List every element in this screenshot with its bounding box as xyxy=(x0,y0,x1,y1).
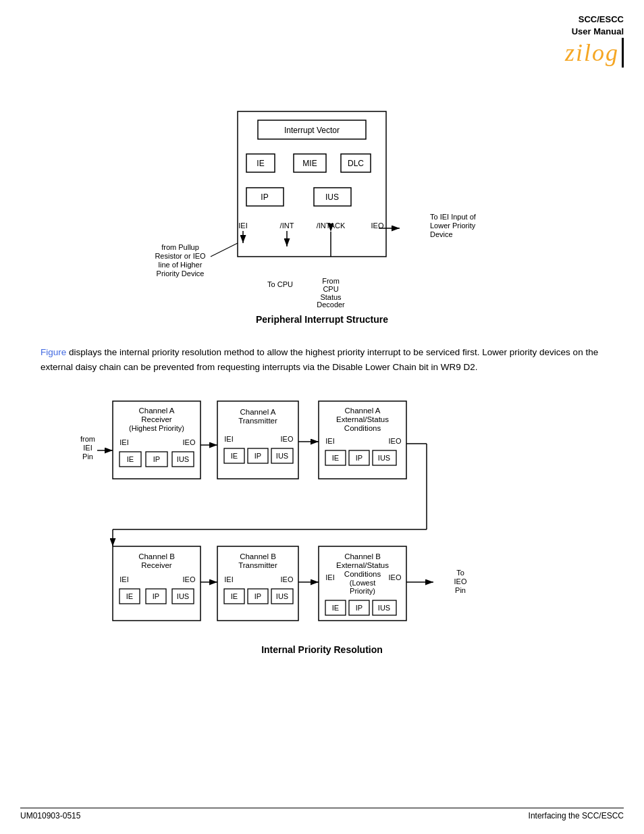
svg-text:Device: Device xyxy=(430,230,453,238)
svg-text:IEI: IEI xyxy=(224,575,233,583)
figure-link[interactable]: Figure xyxy=(41,347,66,357)
svg-text:IE: IE xyxy=(332,604,339,612)
svg-text:IEI: IEI xyxy=(224,435,233,443)
svg-text:(Lowest: (Lowest xyxy=(350,579,376,587)
svg-text:IUS: IUS xyxy=(276,592,288,600)
svg-text:Receiver: Receiver xyxy=(141,561,172,569)
figure1-container: Interrupt Vector IE MIE DLC IP IUS IEI /… xyxy=(41,108,603,338)
svg-text:IEI: IEI xyxy=(83,444,92,452)
svg-text:Channel B: Channel B xyxy=(138,552,175,561)
svg-text:External/Status: External/Status xyxy=(336,415,389,423)
svg-text:MIE: MIE xyxy=(302,159,317,168)
svg-text:IEI: IEI xyxy=(325,573,334,581)
header-title: SCC/ESCC User Manual xyxy=(565,14,624,38)
svg-text:Priority): Priority) xyxy=(350,587,375,595)
figure2-container: from IEI Pin Channel A Receiver (Highest… xyxy=(41,394,603,669)
svg-text:IE: IE xyxy=(332,454,339,462)
svg-text:IEO: IEO xyxy=(281,435,294,443)
svg-text:IUS: IUS xyxy=(378,454,390,462)
svg-line-25 xyxy=(211,243,238,257)
svg-text:Priority Device: Priority Device xyxy=(157,269,205,278)
svg-text:IP: IP xyxy=(254,592,261,600)
svg-text:line of Higher: line of Higher xyxy=(159,261,203,269)
svg-text:IE: IE xyxy=(127,455,134,463)
svg-text:Resistor or IEO: Resistor or IEO xyxy=(155,252,206,260)
svg-text:IP: IP xyxy=(254,452,261,460)
svg-text:Conditions: Conditions xyxy=(344,570,381,578)
svg-text:IP: IP xyxy=(356,454,363,462)
svg-text:IP: IP xyxy=(153,455,160,463)
svg-text:Receiver: Receiver xyxy=(141,415,172,423)
svg-text:IEO: IEO xyxy=(281,575,294,583)
svg-text:IE: IE xyxy=(126,592,133,600)
figure1-caption: Peripheral Interrupt Structure xyxy=(256,314,388,325)
svg-text:CPU: CPU xyxy=(323,285,338,293)
svg-text:IUS: IUS xyxy=(177,592,189,600)
svg-text:Channel A: Channel A xyxy=(240,408,275,416)
main-content: Interrupt Vector IE MIE DLC IP IUS IEI /… xyxy=(0,0,644,723)
svg-text:IUS: IUS xyxy=(378,604,390,612)
svg-text:IP: IP xyxy=(153,592,159,600)
svg-text:Pin: Pin xyxy=(455,586,466,594)
svg-text:Interrupt Vector: Interrupt Vector xyxy=(284,126,340,135)
svg-text:Pin: Pin xyxy=(82,452,93,461)
svg-text:IE: IE xyxy=(257,159,264,168)
svg-text:IEI: IEI xyxy=(119,438,128,446)
svg-text:from Pullup: from Pullup xyxy=(161,243,199,251)
header-title-line1: SCC/ESCC xyxy=(579,14,624,24)
figure2-svg: from IEI Pin Channel A Receiver (Highest… xyxy=(69,394,575,637)
svg-text:IUS: IUS xyxy=(325,192,339,202)
figure2-caption: Internal Priority Resolution xyxy=(261,644,383,655)
svg-text:IEO: IEO xyxy=(389,437,402,445)
header-title-line2: User Manual xyxy=(572,26,624,36)
svg-text:IEI: IEI xyxy=(119,575,128,583)
svg-text:IP: IP xyxy=(261,192,268,202)
svg-text:To CPU: To CPU xyxy=(267,280,293,288)
svg-text:Channel A: Channel A xyxy=(344,407,380,415)
zilog-logo: zilog xyxy=(565,38,624,68)
svg-text:/INTACK: /INTACK xyxy=(317,221,346,230)
body-text: Figure displays the internal priority re… xyxy=(41,345,603,374)
svg-text:IEO: IEO xyxy=(183,438,196,446)
svg-text:DLC: DLC xyxy=(348,159,364,168)
svg-text:IEO: IEO xyxy=(183,575,196,583)
svg-text:External/Status: External/Status xyxy=(336,561,389,569)
footer-left: UM010903-0515 xyxy=(20,811,80,820)
svg-text:Lower Priority: Lower Priority xyxy=(430,221,476,230)
svg-text:Conditions: Conditions xyxy=(344,424,381,432)
svg-text:Channel B: Channel B xyxy=(240,552,276,561)
svg-text:From: From xyxy=(322,277,340,285)
footer-right: Interfacing the SCC/ESCC xyxy=(529,811,624,820)
svg-text:IUS: IUS xyxy=(276,452,288,460)
svg-text:Transmitter: Transmitter xyxy=(238,417,277,425)
svg-text:IUS: IUS xyxy=(177,455,189,463)
figure1-svg: Interrupt Vector IE MIE DLC IP IUS IEI /… xyxy=(133,108,511,307)
svg-text:To IEI Input of: To IEI Input of xyxy=(430,213,477,221)
body-text-content: displays the internal priority resolutio… xyxy=(41,347,598,372)
svg-text:To: To xyxy=(456,569,464,577)
svg-text:Decoder: Decoder xyxy=(317,301,345,307)
header: SCC/ESCC User Manual zilog xyxy=(565,14,624,68)
svg-text:IEI: IEI xyxy=(238,221,247,230)
svg-text:IEI: IEI xyxy=(325,437,334,445)
logo-bar xyxy=(622,38,624,68)
footer: UM010903-0515 Interfacing the SCC/ESCC xyxy=(20,808,624,820)
svg-text:IP: IP xyxy=(356,604,363,612)
svg-text:from: from xyxy=(80,435,95,443)
svg-text:IE: IE xyxy=(231,592,238,600)
svg-text:IEO: IEO xyxy=(454,577,467,585)
svg-text:Channel A: Channel A xyxy=(138,407,174,415)
svg-text:Transmitter: Transmitter xyxy=(238,561,277,569)
svg-text:(Highest Priority): (Highest Priority) xyxy=(129,424,184,432)
svg-text:IE: IE xyxy=(231,452,238,460)
svg-text:IEO: IEO xyxy=(389,573,402,581)
svg-text:Channel B: Channel B xyxy=(344,552,381,561)
svg-text:/INT: /INT xyxy=(280,221,294,230)
